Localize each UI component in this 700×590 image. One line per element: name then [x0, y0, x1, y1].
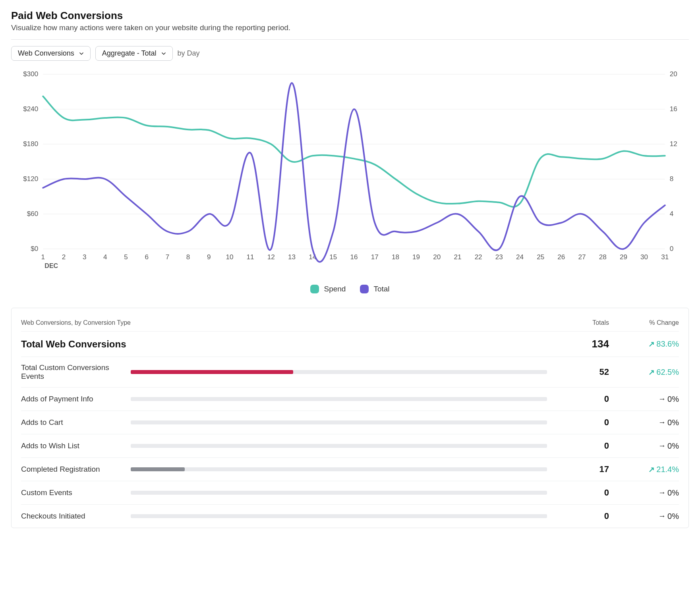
row-label: Adds to Wish List: [21, 442, 124, 450]
row-bar: [131, 420, 547, 424]
svg-text:4: 4: [103, 253, 107, 261]
svg-text:19: 19: [412, 253, 420, 261]
row-label: Adds to Cart: [21, 418, 124, 427]
legend-label-spend: Spend: [324, 285, 346, 293]
table-header-label: Web Conversions, by Conversion Type: [21, 319, 547, 326]
svg-text:15: 15: [329, 253, 337, 261]
row-total: 0: [553, 441, 609, 451]
svg-text:26: 26: [557, 253, 565, 261]
table-header-row: Web Conversions, by Conversion Type Tota…: [21, 316, 679, 332]
svg-text:21: 21: [454, 253, 461, 261]
svg-text:25: 25: [537, 253, 544, 261]
svg-text:2: 2: [62, 253, 66, 261]
row-change-value: 0%: [667, 488, 679, 497]
table-row: Completed Registration 17 ↗ 21.4%: [21, 458, 679, 481]
metric-dropdown-label: Web Conversions: [18, 49, 74, 58]
aggregate-dropdown[interactable]: Aggregate - Total: [95, 46, 173, 61]
arrow-right-icon: →: [658, 442, 666, 450]
table-row: Custom Events 0 → 0%: [21, 481, 679, 505]
table-grand-total-row: Total Web Conversions 134 ↗ 83.6%: [21, 332, 679, 357]
svg-text:1: 1: [41, 253, 45, 261]
row-bar: [131, 444, 547, 448]
arrow-up-icon: ↗: [648, 339, 655, 349]
svg-text:4: 4: [670, 210, 673, 218]
legend-item-spend[interactable]: Spend: [310, 285, 346, 293]
svg-text:16: 16: [350, 253, 358, 261]
svg-text:8: 8: [670, 175, 673, 183]
row-change: → 0%: [615, 418, 679, 427]
svg-text:18: 18: [392, 253, 399, 261]
arrow-right-icon: →: [658, 395, 666, 403]
conversions-table: Web Conversions, by Conversion Type Tota…: [11, 308, 689, 528]
row-total: 0: [553, 394, 609, 404]
svg-text:7: 7: [166, 253, 169, 261]
row-total: 0: [553, 511, 609, 521]
row-change: → 0%: [615, 442, 679, 451]
table-header-totals: Totals: [553, 319, 609, 326]
legend-label-total: Total: [373, 285, 389, 293]
metric-dropdown[interactable]: Web Conversions: [11, 46, 91, 61]
chart-svg: $0$60$120$180$240$3000481216201234567891…: [11, 70, 689, 277]
controls-row: Web Conversions Aggregate - Total by Day: [11, 46, 689, 61]
row-label: Adds of Payment Info: [21, 395, 124, 403]
svg-text:13: 13: [288, 253, 296, 261]
svg-text:3: 3: [83, 253, 86, 261]
arrow-right-icon: →: [658, 488, 666, 497]
row-change: ↗ 21.4%: [615, 465, 679, 474]
legend-item-total[interactable]: Total: [360, 285, 389, 293]
svg-text:29: 29: [620, 253, 627, 261]
table-header-change: % Change: [615, 319, 679, 326]
row-label: Custom Events: [21, 488, 124, 497]
table-row: Adds to Wish List 0 → 0%: [21, 434, 679, 458]
svg-text:11: 11: [247, 253, 254, 261]
row-total: 0: [553, 417, 609, 428]
arrow-up-icon: ↗: [648, 465, 655, 474]
row-change: ↗ 62.5%: [615, 368, 679, 377]
row-label: Total Custom Conversions Events: [21, 363, 124, 381]
svg-text:24: 24: [516, 253, 524, 261]
grand-total-value: 134: [553, 338, 609, 350]
row-bar: [131, 397, 547, 401]
row-bar: [131, 370, 547, 374]
grand-total-label: Total Web Conversions: [21, 339, 547, 350]
svg-text:$120: $120: [23, 175, 38, 183]
row-change: → 0%: [615, 512, 679, 521]
svg-text:0: 0: [670, 245, 673, 253]
arrow-right-icon: →: [658, 418, 666, 427]
svg-text:17: 17: [371, 253, 379, 261]
chevron-down-icon: [160, 50, 167, 57]
chart-legend: Spend Total: [11, 285, 689, 293]
aggregate-dropdown-label: Aggregate - Total: [102, 49, 157, 58]
table-row: Checkouts Initiated 0 → 0%: [21, 505, 679, 528]
row-label: Completed Registration: [21, 465, 124, 474]
row-total: 17: [553, 464, 609, 474]
svg-text:23: 23: [495, 253, 503, 261]
arrow-up-icon: ↗: [648, 368, 655, 377]
svg-text:16: 16: [670, 105, 677, 113]
row-change: → 0%: [615, 488, 679, 497]
row-total: 52: [553, 367, 609, 377]
page-title: Paid Web Conversions: [11, 10, 689, 22]
svg-text:30: 30: [640, 253, 648, 261]
svg-text:22: 22: [475, 253, 482, 261]
row-bar: [131, 491, 547, 495]
row-change-value: 0%: [667, 395, 679, 404]
svg-text:9: 9: [207, 253, 211, 261]
page-subtitle: Visualize how many actions were taken on…: [11, 23, 689, 32]
svg-text:$240: $240: [23, 105, 38, 113]
svg-text:12: 12: [267, 253, 275, 261]
svg-text:28: 28: [599, 253, 607, 261]
svg-text:$0: $0: [31, 245, 38, 253]
svg-text:10: 10: [226, 253, 233, 261]
row-bar: [131, 467, 547, 471]
by-day-label: by Day: [178, 49, 200, 58]
table-row: Total Custom Conversions Events 52 ↗ 62.…: [21, 357, 679, 388]
chevron-down-icon: [78, 50, 85, 57]
page-header: Paid Web Conversions Visualize how many …: [11, 10, 689, 40]
svg-text:DEC: DEC: [44, 262, 58, 269]
row-bar: [131, 514, 547, 518]
svg-text:27: 27: [578, 253, 586, 261]
conversions-chart: $0$60$120$180$240$3000481216201234567891…: [11, 70, 689, 277]
svg-text:31: 31: [661, 253, 669, 261]
svg-text:8: 8: [186, 253, 190, 261]
